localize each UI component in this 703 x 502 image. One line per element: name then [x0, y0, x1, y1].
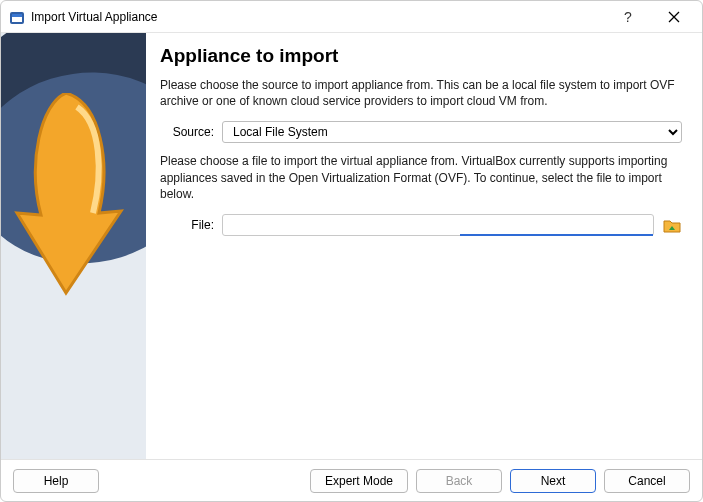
help-icon[interactable]: ? — [608, 3, 648, 31]
app-icon — [9, 9, 25, 25]
wizard-sidebar — [1, 33, 146, 459]
main-area: Appliance to import Please choose the so… — [1, 33, 702, 459]
file-label: File: — [160, 218, 214, 232]
file-hint-text: Please choose a file to import the virtu… — [160, 153, 682, 202]
window-title: Import Virtual Appliance — [31, 10, 158, 24]
page-title: Appliance to import — [160, 45, 682, 67]
wizard-content: Appliance to import Please choose the so… — [146, 33, 702, 459]
source-row: Source: Local File System — [160, 121, 682, 143]
import-arrow-icon — [11, 93, 131, 293]
wizard-footer: Help Expert Mode Back Next Cancel — [1, 459, 702, 501]
browse-button[interactable] — [662, 215, 682, 235]
svg-rect-2 — [12, 14, 22, 17]
intro-text: Please choose the source to import appli… — [160, 77, 682, 109]
file-input[interactable] — [222, 214, 654, 236]
back-button: Back — [416, 469, 502, 493]
help-button[interactable]: Help — [13, 469, 99, 493]
cancel-button[interactable]: Cancel — [604, 469, 690, 493]
source-select[interactable]: Local File System — [222, 121, 682, 143]
file-row: File: — [160, 214, 682, 236]
next-button[interactable]: Next — [510, 469, 596, 493]
titlebar: Import Virtual Appliance ? — [1, 1, 702, 33]
expert-mode-button[interactable]: Expert Mode — [310, 469, 408, 493]
source-label: Source: — [160, 125, 214, 139]
close-icon[interactable] — [654, 3, 694, 31]
